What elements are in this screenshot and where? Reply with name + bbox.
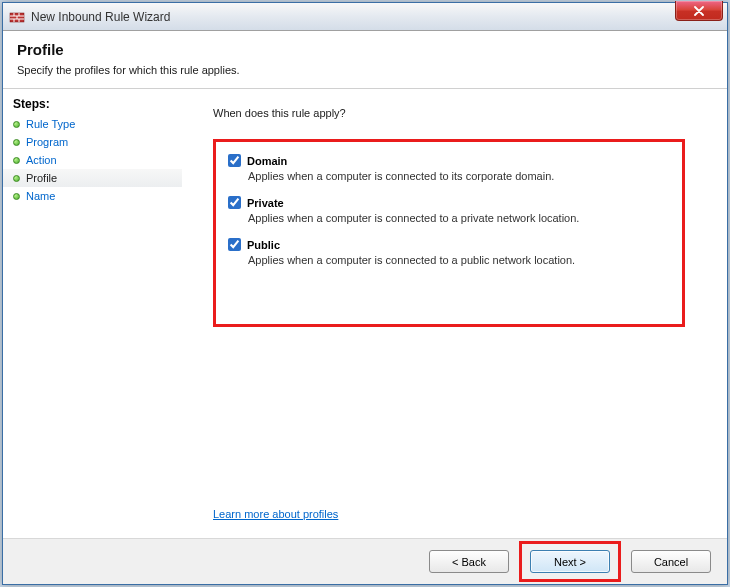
bullet-icon — [13, 139, 20, 146]
page-subtitle: Specify the profiles for which this rule… — [17, 64, 713, 76]
step-action[interactable]: Action — [3, 151, 182, 169]
option-label: Private — [247, 197, 284, 209]
close-button[interactable] — [675, 1, 723, 21]
cancel-button[interactable]: Cancel — [631, 550, 711, 573]
checkbox-public[interactable] — [228, 238, 241, 251]
step-profile[interactable]: Profile — [3, 169, 182, 187]
step-label: Program — [26, 136, 68, 148]
step-label: Name — [26, 190, 55, 202]
close-icon — [694, 6, 704, 16]
checkbox-private[interactable] — [228, 196, 241, 209]
option-public: Public Applies when a computer is connec… — [228, 238, 670, 266]
next-button[interactable]: Next > — [530, 550, 610, 573]
profile-options-group: Domain Applies when a computer is connec… — [213, 139, 685, 327]
step-program[interactable]: Program — [3, 133, 182, 151]
option-private: Private Applies when a computer is conne… — [228, 196, 670, 224]
steps-sidebar: Steps: Rule Type Program Action Profile … — [3, 89, 183, 538]
question-text: When does this rule apply? — [213, 107, 705, 119]
steps-title: Steps: — [3, 95, 182, 115]
window-title: New Inbound Rule Wizard — [31, 10, 170, 24]
wizard-header: Profile Specify the profiles for which t… — [3, 31, 727, 89]
step-label: Rule Type — [26, 118, 75, 130]
checkbox-domain[interactable] — [228, 154, 241, 167]
step-label: Action — [26, 154, 57, 166]
page-title: Profile — [17, 41, 713, 58]
option-description: Applies when a computer is connected to … — [248, 212, 670, 224]
step-name[interactable]: Name — [3, 187, 182, 205]
wizard-window: New Inbound Rule Wizard Profile Specify … — [2, 2, 728, 585]
wizard-body: Steps: Rule Type Program Action Profile … — [3, 89, 727, 538]
back-button[interactable]: < Back — [429, 550, 509, 573]
option-domain: Domain Applies when a computer is connec… — [228, 154, 670, 182]
bullet-icon — [13, 157, 20, 164]
option-description: Applies when a computer is connected to … — [248, 254, 670, 266]
bullet-icon — [13, 121, 20, 128]
bullet-icon — [13, 193, 20, 200]
wizard-footer: < Back Next > Cancel — [3, 538, 727, 584]
step-rule-type[interactable]: Rule Type — [3, 115, 182, 133]
option-label: Domain — [247, 155, 287, 167]
option-label: Public — [247, 239, 280, 251]
option-description: Applies when a computer is connected to … — [248, 170, 670, 182]
step-label: Profile — [26, 172, 57, 184]
bullet-icon — [13, 175, 20, 182]
next-highlight: Next > — [519, 541, 621, 582]
main-panel: When does this rule apply? Domain Applie… — [183, 89, 727, 538]
firewall-icon — [9, 9, 25, 25]
learn-more-link[interactable]: Learn more about profiles — [213, 508, 338, 520]
titlebar[interactable]: New Inbound Rule Wizard — [3, 3, 727, 31]
